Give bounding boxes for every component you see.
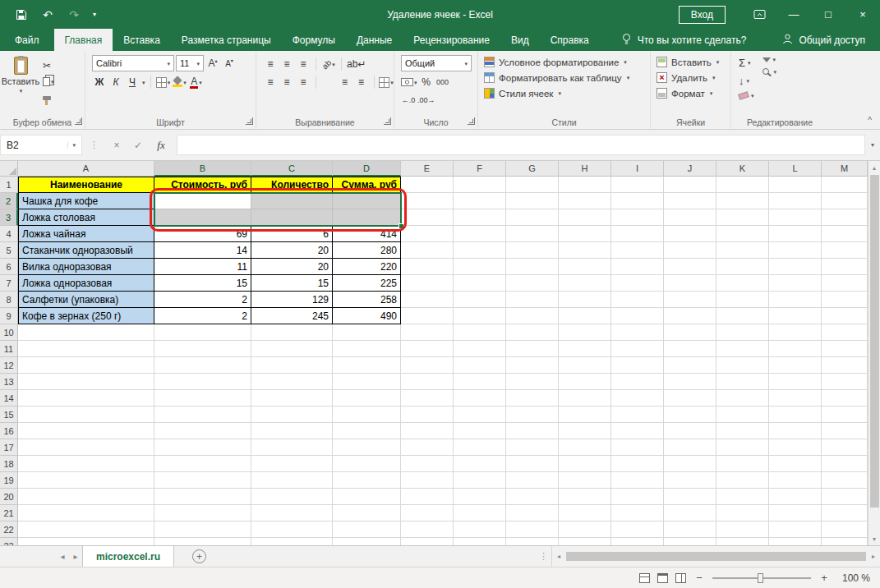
cell-H14[interactable] <box>559 390 611 407</box>
cell-I12[interactable] <box>611 357 664 374</box>
row-header-2[interactable]: 2 <box>0 193 18 209</box>
cell-M20[interactable] <box>822 489 868 505</box>
scroll-down-icon[interactable]: ▾ <box>868 532 880 545</box>
cell-E3[interactable] <box>401 209 454 226</box>
cell-M4[interactable] <box>822 226 868 242</box>
cell-H12[interactable] <box>559 357 611 374</box>
number-format-select[interactable]: Общий ▾ <box>401 55 472 71</box>
cell-I8[interactable] <box>611 292 664 308</box>
cell-F23[interactable] <box>454 538 506 545</box>
cell-G8[interactable] <box>506 292 559 308</box>
cell-B14[interactable] <box>154 390 251 407</box>
zoom-slider-thumb[interactable] <box>758 573 763 583</box>
cell-K1[interactable] <box>716 177 769 193</box>
cell-F18[interactable] <box>454 456 506 472</box>
column-header-C[interactable]: C <box>251 161 333 177</box>
cell-B20[interactable] <box>154 489 251 505</box>
cell-I7[interactable] <box>611 275 664 292</box>
format-painter-icon[interactable] <box>41 91 56 105</box>
copy-icon[interactable]: ▾ <box>41 75 56 89</box>
cell-D21[interactable] <box>333 505 401 521</box>
cell-F4[interactable] <box>454 226 506 242</box>
cell-B16[interactable] <box>154 423 251 439</box>
cell-H23[interactable] <box>559 538 611 545</box>
number-dialog-launcher-icon[interactable] <box>468 117 475 125</box>
cell-D12[interactable] <box>333 357 401 374</box>
cell-M19[interactable] <box>822 472 868 489</box>
font-dialog-launcher-icon[interactable] <box>246 117 253 125</box>
cell-C19[interactable] <box>251 472 333 489</box>
cell-G16[interactable] <box>506 423 559 439</box>
cell-A20[interactable] <box>18 489 154 505</box>
insert-function-icon[interactable]: fx <box>149 139 173 152</box>
collapse-ribbon-icon[interactable]: ^ <box>868 116 872 125</box>
cell-L5[interactable] <box>769 242 822 259</box>
row-header-7[interactable]: 7 <box>0 275 18 292</box>
cell-H10[interactable] <box>559 324 611 341</box>
align-bottom-icon[interactable]: ≡ <box>296 57 311 71</box>
cell-E2[interactable] <box>401 193 454 209</box>
cell-L7[interactable] <box>769 275 822 292</box>
cell-D10[interactable] <box>333 324 401 341</box>
cell-A17[interactable] <box>18 439 154 456</box>
cell-J20[interactable] <box>664 489 716 505</box>
cell-E22[interactable] <box>401 521 454 538</box>
cell-L17[interactable] <box>769 439 822 456</box>
cell-L12[interactable] <box>769 357 822 374</box>
cell-A5[interactable]: Стаканчик одноразовый <box>18 242 154 259</box>
cell-H19[interactable] <box>559 472 611 489</box>
alignment-dialog-launcher-icon[interactable] <box>384 117 391 125</box>
row-header-11[interactable]: 11 <box>0 341 18 357</box>
cell-D17[interactable] <box>333 439 401 456</box>
cell-K22[interactable] <box>716 521 769 538</box>
formula-input[interactable] <box>177 135 865 155</box>
share-button[interactable]: Общий доступ <box>782 29 880 51</box>
cell-D13[interactable] <box>333 374 401 390</box>
cell-K17[interactable] <box>716 439 769 456</box>
cell-M10[interactable] <box>822 324 868 341</box>
row-header-20[interactable]: 20 <box>0 489 18 505</box>
cell-J17[interactable] <box>664 439 716 456</box>
autosum-button[interactable]: Σ▾ <box>739 57 754 69</box>
cell-A19[interactable] <box>18 472 154 489</box>
decrease-indent-icon[interactable] <box>321 75 336 90</box>
cell-H15[interactable] <box>559 407 611 423</box>
page-break-view-icon[interactable] <box>675 573 686 583</box>
cell-K2[interactable] <box>716 193 769 209</box>
cell-D22[interactable] <box>333 521 401 538</box>
conditional-formatting-button[interactable]: Условное форматирование ▾ <box>484 57 650 67</box>
cell-B2[interactable] <box>154 193 251 209</box>
cell-G17[interactable] <box>506 439 559 456</box>
cell-C13[interactable] <box>251 374 333 390</box>
maximize-button[interactable]: □ <box>811 0 845 29</box>
cell-F16[interactable] <box>454 423 506 439</box>
cell-B23[interactable] <box>154 538 251 545</box>
cell-I13[interactable] <box>611 374 664 390</box>
cell-K11[interactable] <box>716 341 769 357</box>
cell-L21[interactable] <box>769 505 822 521</box>
new-sheet-button[interactable]: + <box>192 549 206 563</box>
cell-G23[interactable] <box>506 538 559 545</box>
vertical-scrollbar[interactable]: ▴ ▾ <box>868 161 880 545</box>
cell-A22[interactable] <box>18 521 154 538</box>
column-header-H[interactable]: H <box>559 161 611 177</box>
row-header-21[interactable]: 21 <box>0 505 18 521</box>
cell-K10[interactable] <box>716 324 769 341</box>
cell-C16[interactable] <box>251 423 333 439</box>
cell-F13[interactable] <box>454 374 506 390</box>
font-size-select[interactable]: 11 ▾ <box>176 55 204 71</box>
cell-H2[interactable] <box>559 193 611 209</box>
cell-M23[interactable] <box>822 538 868 545</box>
cell-E8[interactable] <box>401 292 454 308</box>
cell-H18[interactable] <box>559 456 611 472</box>
row-header-22[interactable]: 22 <box>0 521 18 538</box>
signin-button[interactable]: Вход <box>679 6 726 24</box>
cell-G13[interactable] <box>506 374 559 390</box>
cell-F12[interactable] <box>454 357 506 374</box>
cell-J16[interactable] <box>664 423 716 439</box>
cell-B6[interactable]: 11 <box>154 259 251 275</box>
select-all-button[interactable] <box>0 161 18 177</box>
cell-L20[interactable] <box>769 489 822 505</box>
cell-C4[interactable]: 6 <box>251 226 333 242</box>
cell-D11[interactable] <box>333 341 401 357</box>
